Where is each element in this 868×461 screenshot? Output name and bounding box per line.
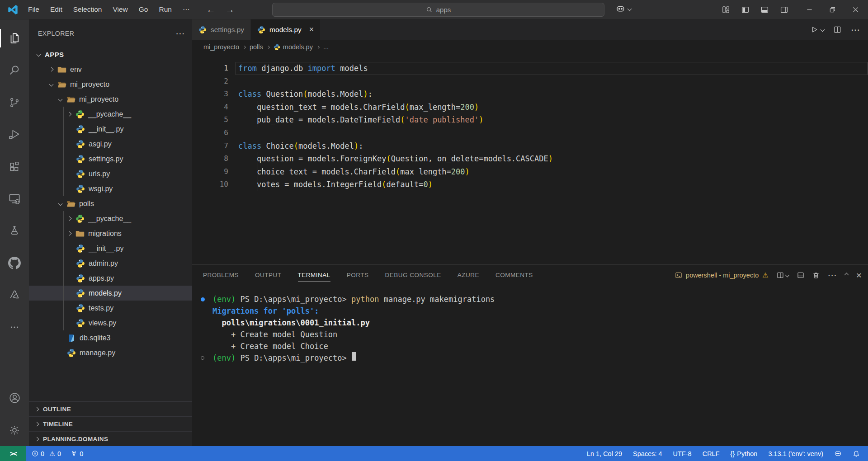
tree-root-apps[interactable]: APPS xyxy=(29,47,192,62)
terminal[interactable]: (env) PS D:\apps\mi_proyecto> python man… xyxy=(192,285,868,364)
panel-tab-terminal[interactable]: TERMINAL xyxy=(298,265,330,285)
open-panel-editor-icon[interactable] xyxy=(797,272,804,279)
python-interpreter[interactable]: 3.13.1 ('env': venv) xyxy=(768,450,823,457)
remote-indicator[interactable]: >< xyxy=(0,446,26,461)
tree-item-init-py[interactable]: __init__.py xyxy=(29,122,192,136)
activity-more[interactable] xyxy=(0,311,29,343)
breadcrumb-item[interactable]: models.py xyxy=(274,43,313,51)
menu-file[interactable]: File xyxy=(23,4,44,15)
activity-search[interactable] xyxy=(0,54,29,86)
code-line[interactable]: 7class Choice(models.Model): xyxy=(192,140,868,153)
activity-source-control[interactable] xyxy=(0,86,29,118)
activity-explorer[interactable] xyxy=(0,22,29,54)
tree-item-polls[interactable]: polls xyxy=(29,196,192,211)
breadcrumb-item[interactable]: mi_proyecto xyxy=(203,43,239,51)
code-line[interactable]: 6 xyxy=(192,127,868,140)
tree-item-db-sqlite3[interactable]: db.sqlite3 xyxy=(29,330,192,345)
explorer-actions-button[interactable]: ⋯ xyxy=(176,31,185,36)
activity-remote-explorer[interactable] xyxy=(0,183,29,215)
accounts-button[interactable] xyxy=(0,382,29,414)
tree-item-asgi-py[interactable]: asgi.py xyxy=(29,136,192,151)
menu-edit[interactable]: Edit xyxy=(45,4,67,15)
code-line[interactable]: 9 choice_text = models.CharField(max_len… xyxy=(192,165,868,179)
language-mode[interactable]: {}Python xyxy=(731,450,758,457)
tree-item-mi-proyecto-inner[interactable]: mi_proyecto xyxy=(29,92,192,107)
menu-more[interactable]: ⋯ xyxy=(178,4,195,15)
tree-item-views-py[interactable]: views.py xyxy=(29,315,192,330)
ports-button[interactable]: 0 xyxy=(71,450,83,457)
panel-more-actions-icon[interactable]: ⋯ xyxy=(828,273,837,278)
tree-item-tests-py[interactable]: tests.py xyxy=(29,301,192,315)
tree-item-admin-py[interactable]: admin.py xyxy=(29,256,192,271)
encoding[interactable]: UTF-8 xyxy=(673,450,692,457)
close-panel-icon[interactable]: × xyxy=(856,272,862,278)
tree-item-manage-py[interactable]: manage.py xyxy=(29,345,192,360)
tree-item-models-py[interactable]: models.py xyxy=(29,286,192,301)
copilot-status-icon[interactable] xyxy=(834,450,842,457)
panel-tab-ports[interactable]: PORTS xyxy=(347,265,369,285)
tree-item-env[interactable]: env xyxy=(29,62,192,77)
code-line[interactable]: 1from django.db import models xyxy=(192,62,868,75)
tab-settings-py[interactable]: settings.py xyxy=(192,19,251,40)
tree-item-migrations[interactable]: migrations xyxy=(29,226,192,241)
toggle-panel-icon[interactable] xyxy=(761,6,769,14)
restore-icon[interactable] xyxy=(829,6,836,13)
cursor-position[interactable]: Ln 1, Col 29 xyxy=(587,450,622,457)
kill-terminal-trash-icon[interactable] xyxy=(812,272,820,279)
breadcrumb-item[interactable]: polls xyxy=(250,43,263,51)
prompt-decoration[interactable] xyxy=(200,352,212,364)
toggle-secondary-sidebar-icon[interactable] xyxy=(780,6,788,14)
close-tab-icon[interactable]: × xyxy=(309,25,314,34)
menu-selection[interactable]: Selection xyxy=(68,4,107,15)
indentation[interactable]: Spaces: 4 xyxy=(633,450,662,457)
panel-tab-output[interactable]: OUTPUT xyxy=(255,265,282,285)
notifications-bell-icon[interactable] xyxy=(853,450,860,457)
tree-item-apps-py[interactable]: apps.py xyxy=(29,271,192,286)
menu-run[interactable]: Run xyxy=(154,4,176,15)
activity-github[interactable] xyxy=(0,247,29,279)
section-timeline[interactable]: TIMELINE xyxy=(29,416,192,431)
code-line[interactable]: 4 question_text = models.CharField(max_l… xyxy=(192,101,868,114)
tree-item-pycache[interactable]: __pycache__ xyxy=(29,107,192,122)
back-arrow-icon[interactable]: ← xyxy=(206,5,215,15)
section-outline[interactable]: OUTLINE xyxy=(29,401,192,416)
command-decoration[interactable] xyxy=(200,293,212,305)
panel-tab-comments[interactable]: COMMENTS xyxy=(495,265,533,285)
breadcrumb-item[interactable]: ... xyxy=(323,43,329,51)
menu-view[interactable]: View xyxy=(108,4,132,15)
activity-extensions[interactable] xyxy=(0,151,29,183)
activity-testing[interactable] xyxy=(0,215,29,247)
tree-item-wsgi-py[interactable]: wsgi.py xyxy=(29,181,192,196)
more-actions-icon[interactable]: ⋯ xyxy=(851,28,860,32)
menu-go[interactable]: Go xyxy=(134,4,153,15)
maximize-panel-icon[interactable] xyxy=(844,273,849,278)
section-planning-domains[interactable]: PLANNING.DOMAINS xyxy=(29,431,192,446)
code-line[interactable]: 10 votes = models.IntegerField(default=0… xyxy=(192,178,868,191)
activity-run-debug[interactable] xyxy=(0,118,29,151)
code-line[interactable]: 5 pub_date = models.DateTimeField('date … xyxy=(192,113,868,127)
copilot-button[interactable] xyxy=(616,4,631,14)
settings-button[interactable] xyxy=(0,414,29,446)
command-center-search[interactable]: apps xyxy=(272,3,604,17)
tree-item-polls-pycache[interactable]: __pycache__ xyxy=(29,211,192,226)
split-editor-icon[interactable] xyxy=(833,25,842,34)
terminal-session-button[interactable]: powershell - mi_proyecto ⚠ xyxy=(675,271,769,279)
problems-button[interactable]: 0 ⚠ 0 xyxy=(32,450,61,457)
tree-item-urls-py[interactable]: urls.py xyxy=(29,166,192,181)
minimize-icon[interactable] xyxy=(806,6,813,13)
tree-item-settings-py[interactable]: settings.py xyxy=(29,151,192,166)
close-window-icon[interactable] xyxy=(852,6,859,13)
code-line[interactable]: 8 question = models.ForeignKey(Question,… xyxy=(192,152,868,165)
toggle-primary-sidebar-icon[interactable] xyxy=(741,6,749,14)
forward-arrow-icon[interactable]: → xyxy=(225,5,234,15)
tree-item-mi-proyecto[interactable]: mi_proyecto xyxy=(29,77,192,92)
tree-item-polls-init-py[interactable]: __init__.py xyxy=(29,241,192,256)
tab-models-py[interactable]: models.py × xyxy=(251,19,320,40)
code-line[interactable]: 2 xyxy=(192,75,868,88)
code-line[interactable]: 3class Question(models.Model): xyxy=(192,88,868,101)
panel-tab-problems[interactable]: PROBLEMS xyxy=(203,265,239,285)
activity-azure[interactable] xyxy=(0,279,29,311)
customize-layout-icon[interactable] xyxy=(722,6,730,14)
code-editor[interactable]: 1from django.db import models 2 3class Q… xyxy=(192,54,868,264)
panel-tab-azure[interactable]: AZURE xyxy=(458,265,479,285)
